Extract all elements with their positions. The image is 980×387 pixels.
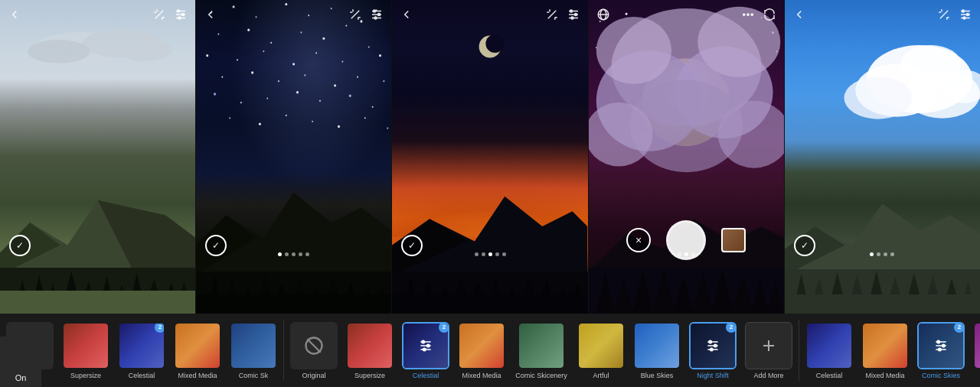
film-separator bbox=[283, 320, 284, 381]
film-item-mixed-3[interactable]: Mixed Media bbox=[858, 322, 912, 379]
panel-1-back-icon[interactable] bbox=[8, 8, 21, 21]
svg-point-206 bbox=[942, 344, 945, 346]
film-thumb bbox=[458, 322, 505, 369]
svg-point-40 bbox=[270, 42, 272, 44]
panel-3-sliders-icon[interactable] bbox=[567, 8, 580, 21]
svg-line-112 bbox=[547, 11, 556, 19]
film-item-colorecho[interactable]: Color Echo bbox=[970, 322, 980, 379]
svg-point-197 bbox=[709, 340, 711, 343]
panel-1-magic-wand-icon[interactable] bbox=[152, 8, 166, 21]
svg-point-64 bbox=[349, 95, 351, 97]
film-item-mixed-2[interactable]: Mixed Media bbox=[455, 322, 508, 379]
svg-point-60 bbox=[240, 102, 242, 103]
film-thumb: 2 bbox=[118, 322, 165, 369]
panel-4-header bbox=[589, 8, 784, 21]
panel-2-header bbox=[196, 8, 391, 21]
film-item-supersize-2[interactable]: Supersize bbox=[343, 322, 397, 379]
panel-2-back-icon[interactable] bbox=[204, 8, 217, 21]
dot bbox=[292, 252, 296, 256]
svg-point-120 bbox=[570, 10, 572, 12]
dot-active bbox=[278, 252, 282, 256]
panel-1-check[interactable]: ✓ bbox=[9, 235, 31, 256]
svg-point-193 bbox=[423, 348, 426, 350]
film-item-skicenery[interactable]: Comic Skicenery bbox=[511, 322, 572, 379]
panel-1-sliders-icon[interactable] bbox=[174, 8, 188, 21]
svg-point-182 bbox=[967, 14, 969, 16]
svg-line-187 bbox=[307, 339, 321, 353]
dot bbox=[285, 252, 289, 256]
panel-3-back-icon[interactable] bbox=[400, 8, 413, 21]
svg-point-55 bbox=[305, 74, 306, 76]
dot bbox=[495, 252, 499, 256]
film-label: Artful bbox=[593, 372, 609, 379]
svg-point-198 bbox=[714, 344, 717, 346]
panel-5-back-icon[interactable] bbox=[792, 8, 806, 21]
film-separator bbox=[799, 320, 799, 381]
panel-5-sliders-icon[interactable] bbox=[959, 8, 972, 21]
film-thumb bbox=[62, 322, 109, 369]
dot bbox=[884, 252, 887, 256]
panel-3: ✓ bbox=[392, 0, 588, 314]
svg-point-29 bbox=[178, 17, 181, 19]
film-thumb-inner bbox=[64, 324, 108, 368]
dot bbox=[877, 252, 880, 256]
svg-point-45 bbox=[206, 54, 208, 57]
film-item-original-2[interactable]: Original bbox=[287, 322, 341, 379]
svg-point-72 bbox=[387, 128, 389, 129]
film-item-mixed-1[interactable]: Mixed Media bbox=[171, 322, 224, 379]
film-thumb-active: 2 bbox=[917, 322, 965, 369]
svg-point-46 bbox=[237, 59, 238, 60]
dot bbox=[678, 252, 681, 256]
svg-marker-146 bbox=[731, 275, 752, 314]
dot bbox=[502, 252, 506, 256]
film-item-add-more[interactable]: Add More bbox=[742, 322, 795, 379]
svg-point-71 bbox=[364, 117, 366, 119]
film-label: Mixed Media bbox=[462, 372, 501, 379]
film-item-supersize-1[interactable]: Supersize bbox=[59, 322, 113, 379]
panel-4-dots-nav bbox=[589, 252, 784, 256]
svg-point-2 bbox=[28, 40, 90, 63]
film-label: Supersize bbox=[70, 372, 101, 379]
film-item-celestial-3[interactable]: Celestial bbox=[802, 322, 856, 379]
dot bbox=[475, 252, 479, 256]
filmstrip: Original Supersize 2 Celestial Mixed Med… bbox=[0, 314, 980, 387]
film-no-icon bbox=[290, 322, 338, 369]
svg-point-53 bbox=[251, 71, 253, 73]
svg-point-154 bbox=[751, 14, 753, 15]
svg-marker-140 bbox=[612, 279, 633, 314]
film-thumb-inner bbox=[231, 324, 276, 368]
svg-point-127 bbox=[596, 17, 671, 84]
film-item-artful-1[interactable]: Artful bbox=[574, 322, 628, 379]
close-camera-button[interactable]: × bbox=[626, 228, 651, 252]
camera-thumbnail[interactable] bbox=[721, 228, 746, 252]
film-item-celestial-1[interactable]: 2 Celestial bbox=[115, 322, 168, 379]
film-item-comicskies[interactable]: 2 Comic Skies bbox=[914, 322, 968, 379]
dot bbox=[482, 252, 485, 256]
film-item-nightshift-1[interactable]: 2 Night Shift bbox=[686, 322, 740, 379]
panel-4-dots-icon[interactable] bbox=[741, 8, 755, 21]
panel-2-magic-wand-icon[interactable] bbox=[348, 8, 362, 21]
film-item-comic-1[interactable]: Comic Sk bbox=[227, 322, 280, 379]
svg-point-95 bbox=[378, 14, 381, 16]
svg-point-191 bbox=[422, 340, 424, 343]
film-thumb bbox=[973, 322, 980, 369]
panel-1: ✓ bbox=[0, 0, 196, 314]
film-badge: 2 bbox=[155, 322, 165, 333]
film-item-blueskies-1[interactable]: Blue Skies bbox=[630, 322, 684, 379]
film-label: Add More bbox=[753, 372, 783, 379]
panel-4-refresh-icon[interactable] bbox=[763, 8, 776, 21]
film-badge: 2 bbox=[954, 322, 965, 333]
film-item-celestial-2[interactable]: 2 Celestial bbox=[399, 322, 452, 379]
film-label-active: Night Shift bbox=[697, 372, 729, 379]
panel-5-magic-wand-icon[interactable] bbox=[937, 8, 951, 21]
svg-point-38 bbox=[218, 34, 220, 35]
add-more-button[interactable] bbox=[745, 322, 792, 369]
film-thumb-inner bbox=[348, 324, 392, 368]
panel-4-globe-icon[interactable] bbox=[596, 8, 610, 21]
svg-point-192 bbox=[427, 344, 430, 346]
panel-3-magic-wand-icon[interactable] bbox=[545, 8, 559, 21]
svg-point-160 bbox=[900, 45, 961, 83]
panel-2-sliders-icon[interactable] bbox=[370, 8, 384, 21]
svg-point-54 bbox=[278, 80, 279, 82]
svg-point-42 bbox=[323, 37, 325, 40]
